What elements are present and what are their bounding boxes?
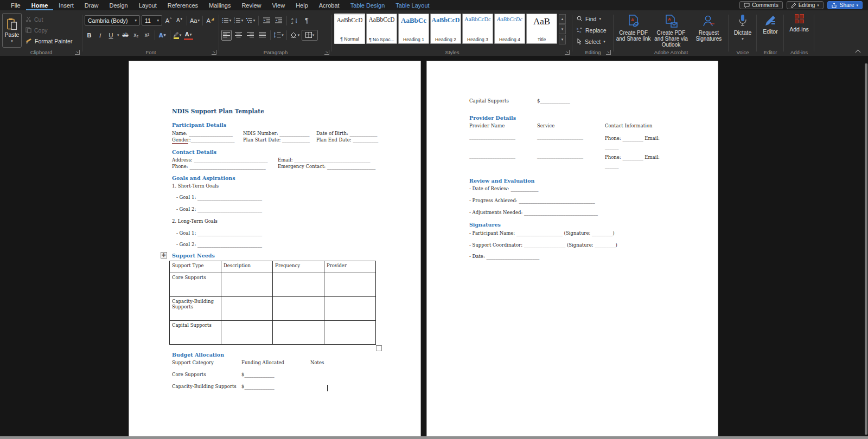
tab-help[interactable]: Help [290,0,314,10]
select-button[interactable]: Select ▾ [577,36,611,47]
share-button[interactable]: Share ▾ [827,1,863,9]
format-painter-button[interactable]: Format Painter [24,36,74,46]
table-cell[interactable] [324,273,376,297]
style-heading-1[interactable]: AaBbCc Heading 1 [398,14,429,44]
create-pdf-share-link-button[interactable]: A Create PDF and Share link [616,13,651,48]
table-cell[interactable] [273,297,324,321]
style-title[interactable]: AaB Title [526,14,557,44]
font-size-select[interactable]: 11 ▾ [142,15,162,25]
table-header-cell[interactable]: Provider [324,261,376,273]
editor-button[interactable]: Editor [759,13,782,35]
budget-amount-line: $_____________ [241,372,275,377]
tab-file[interactable]: File [5,0,26,10]
tab-layout[interactable]: Layout [133,0,162,10]
table-cell[interactable] [324,321,376,345]
styles-dialog-launcher[interactable]: ↘ [565,50,570,55]
comments-button[interactable]: Comments [739,1,782,9]
tab-table-layout[interactable]: Table Layout [390,0,435,10]
table-cell[interactable]: Capacity-Building Supports [170,297,221,321]
paragraph-dialog-launcher[interactable]: ↘ [324,50,329,55]
addins-button[interactable]: Add-ins [786,13,812,33]
font-name-select[interactable]: Cambria (Body) ▾ [85,15,140,25]
style-heading-4[interactable]: AaBbCcDc Heading 4 [494,14,525,44]
align-left-button[interactable] [221,30,232,41]
table-cell[interactable] [221,297,273,321]
subscript-button[interactable]: x₂ [132,30,141,40]
multilevel-list-button[interactable]: ▾ [245,15,256,26]
styles-gallery-more-button[interactable]: ▾ [559,35,566,44]
tab-view[interactable]: View [266,0,290,10]
tab-review[interactable]: Review [236,0,266,10]
cut-button[interactable]: Cut [24,15,74,24]
create-pdf-outlook-button[interactable]: A Create PDF and Share via Outlook [653,13,688,48]
increase-indent-button[interactable] [273,15,284,26]
highlight-color-button[interactable]: 🖉▾ [173,30,182,40]
align-right-button[interactable] [245,30,256,41]
style-heading-3[interactable]: AaBbCcDc Heading 3 [462,14,493,44]
shrink-font-button[interactable]: A▾ [175,15,184,25]
font-color-button[interactable]: A▾ [184,30,193,40]
tab-draw[interactable]: Draw [79,0,104,10]
request-signatures-button[interactable]: Request Signatures [691,13,726,48]
table-cell[interactable] [221,273,273,297]
document-page-1[interactable]: NDIS Support Plan Template Participant D… [129,61,420,439]
styles-gallery-down-button[interactable]: ▾ [559,24,566,34]
numbering-button[interactable]: 123 ▾ [233,15,244,26]
collapse-ribbon-button[interactable] [856,49,860,54]
tab-references[interactable]: References [162,0,203,10]
find-button[interactable]: Find ▾ [577,13,611,24]
sort-button[interactable]: AZ [290,15,300,26]
editing-dialog-launcher[interactable]: ↘ [606,50,611,55]
style-heading-2[interactable]: AaBbCcD Heading 2 [430,14,461,44]
table-header-cell[interactable]: Support Type [170,261,221,273]
table-move-handle[interactable]: ✛ [161,252,167,259]
style-no-spacing[interactable]: AaBbCcD ¶ No Spac... [366,14,397,44]
grow-font-button[interactable]: A^ [164,15,173,25]
style-preview: AaBbCcDc [464,16,490,22]
superscript-button[interactable]: x² [143,30,152,40]
editing-mode-button[interactable]: Editing ▾ [787,1,824,9]
italic-button[interactable]: I [95,30,105,40]
table-cell[interactable] [273,273,324,297]
tab-insert[interactable]: Insert [53,0,79,10]
table-resize-handle[interactable] [376,345,382,351]
table-header-cell[interactable]: Description [221,261,273,273]
font-dialog-launcher[interactable]: ↘ [212,50,216,55]
document-page-2[interactable]: Capital Supports $_____________ Provider… [427,61,718,439]
copy-button[interactable]: Copy [24,25,74,35]
table-cell[interactable] [221,321,273,345]
borders-button[interactable]: ▾ [302,30,318,41]
tab-mailings[interactable]: Mailings [203,0,236,10]
table-cell[interactable]: Capital Supports [170,321,221,345]
change-case-button[interactable]: Aa▾ [190,15,200,25]
tab-design[interactable]: Design [104,0,133,10]
dictate-button[interactable]: Dictate ▾ [731,13,755,41]
style-normal[interactable]: AaBbCcD ¶ Normal [334,14,365,44]
scrollbar-thumb[interactable] [865,63,867,435]
paste-button[interactable]: Paste ▾ [2,13,22,48]
replace-button[interactable]: bc Replace [577,24,611,36]
decrease-indent-button[interactable] [261,15,272,26]
bold-button[interactable]: B [85,30,94,40]
show-formatting-marks-button[interactable]: ¶ [302,15,312,26]
table-cell[interactable] [273,321,324,345]
clear-formatting-button[interactable]: A◢ [206,15,215,25]
table-cell[interactable] [324,297,376,321]
justify-button[interactable] [257,30,267,41]
vertical-scrollbar[interactable] [865,63,867,435]
strikethrough-button[interactable]: ab [121,30,130,40]
tab-acrobat[interactable]: Acrobat [314,0,345,10]
styles-gallery-up-button[interactable]: ▴ [559,14,566,24]
align-center-button[interactable] [233,30,244,41]
bullets-button[interactable]: ▾ [221,15,232,26]
tab-home[interactable]: Home [26,0,54,10]
line-spacing-button[interactable]: ▾ [273,30,284,41]
table-header-cell[interactable]: Frequency [273,261,324,273]
short-term-goals-line: 1. Short-Term Goals [172,183,219,189]
text-effects-button[interactable]: A▾ [158,30,167,40]
clipboard-dialog-launcher[interactable]: ↘ [75,50,80,55]
shading-button[interactable]: ▾ [290,30,300,41]
tab-table-design[interactable]: Table Design [345,0,391,10]
underline-button[interactable]: U [106,30,116,40]
table-cell[interactable]: Core Supports [170,273,221,297]
